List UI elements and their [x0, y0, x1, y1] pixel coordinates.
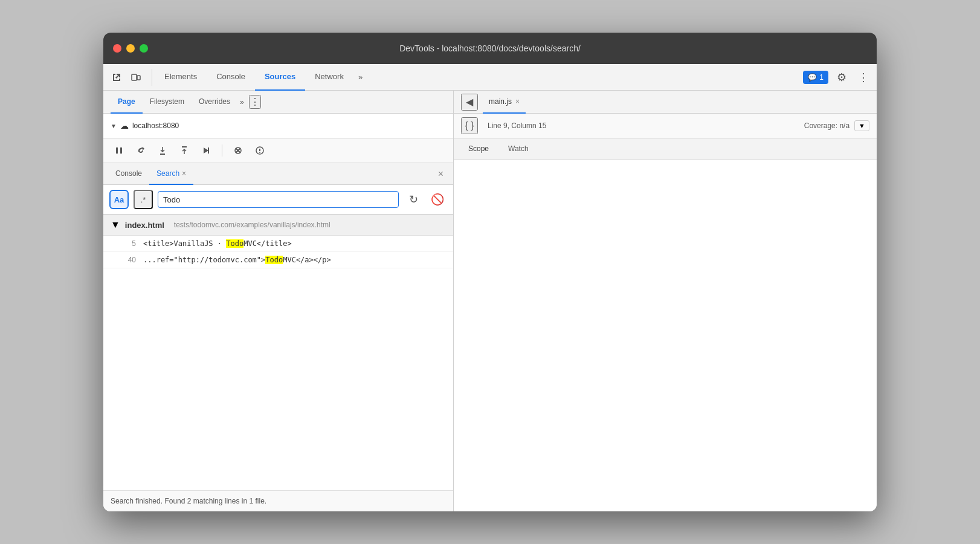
sub-tabs: Page Filesystem Overrides » ⋮ [103, 91, 453, 114]
match-highlight-1: Todo [226, 239, 243, 248]
traffic-lights [113, 44, 148, 53]
sub-tab-filesystem[interactable]: Filesystem [143, 91, 192, 114]
device-toolbar-button[interactable] [127, 69, 144, 86]
svg-rect-0 [132, 74, 137, 80]
sub-tab-overrides[interactable]: Overrides [192, 91, 237, 114]
step-into-button[interactable] [154, 142, 171, 159]
result-expand-arrow: ▼ [111, 219, 120, 230]
window-title: DevTools - localhost:8080/docs/devtools/… [399, 44, 581, 53]
match-highlight-2: Todo [265, 256, 283, 264]
main-js-tab[interactable]: main.js × [483, 91, 526, 114]
search-input[interactable] [163, 195, 393, 204]
server-icon: ☁ [120, 121, 129, 131]
deactivate-breakpoints-button[interactable] [230, 142, 247, 159]
bottom-tab-console[interactable]: Console [108, 163, 149, 185]
result-file-header[interactable]: ▼ index.html tests/todomvc.com/examples/… [103, 215, 453, 236]
result-line-5[interactable]: 5 <title>VanillaJS · TodoMVC</title> [103, 236, 453, 252]
line-content-40: ...ref="http://todomvc.com">TodoMVC</a><… [143, 256, 331, 264]
more-sub-tabs-button[interactable]: » [237, 98, 247, 106]
devtools-body: Elements Console Sources Network » 💬 [103, 64, 877, 511]
watch-tab[interactable]: Watch [501, 138, 536, 160]
bottom-panel: Console Search × × Aa [103, 163, 453, 511]
search-input-wrapper [158, 191, 399, 208]
pause-button[interactable] [111, 142, 127, 159]
search-panel: Aa .* ↻ 🚫 [103, 185, 453, 511]
regex-button[interactable]: .* [134, 190, 153, 209]
svg-rect-6 [208, 147, 209, 154]
coverage-details-button[interactable]: ▼ [854, 120, 869, 131]
svg-rect-1 [137, 76, 140, 80]
search-bar: Aa .* ↻ 🚫 [103, 185, 453, 215]
case-sensitive-button[interactable]: Aa [109, 190, 129, 209]
maximize-button[interactable] [140, 44, 148, 53]
sub-tab-page[interactable]: Page [111, 91, 143, 114]
tab-network[interactable]: Network [305, 64, 353, 91]
refresh-search-button[interactable]: ↻ [404, 190, 423, 209]
close-main-js-button[interactable]: × [515, 97, 520, 106]
svg-point-10 [259, 152, 260, 153]
search-status: Search finished. Found 2 matching lines … [103, 490, 453, 511]
tab-elements[interactable]: Elements [155, 64, 207, 91]
svg-rect-5 [182, 146, 187, 147]
bottom-tab-search[interactable]: Search × [149, 163, 193, 185]
clear-search-button[interactable]: 🚫 [428, 190, 447, 209]
toolbar-right: 💬 1 ⚙ ⋮ [803, 69, 872, 86]
search-results: ▼ index.html tests/todomvc.com/examples/… [103, 215, 453, 490]
bottom-tabs-bar: Console Search × × [103, 163, 453, 185]
scope-watch-tabs: Scope Watch [454, 138, 877, 160]
title-bar: DevTools - localhost:8080/docs/devtools/… [103, 33, 877, 64]
tab-console[interactable]: Console [207, 64, 255, 91]
close-bottom-panel-button[interactable]: × [433, 169, 448, 180]
main-tabs: Elements Console Sources Network » [155, 64, 803, 91]
step-button[interactable] [198, 142, 214, 159]
step-over-button[interactable] [132, 142, 149, 159]
result-line-40[interactable]: 40 ...ref="http://todomvc.com">TodoMVC</… [103, 252, 453, 268]
pause-on-exceptions-button[interactable] [251, 142, 268, 159]
svg-rect-4 [160, 154, 165, 155]
toolbar-separator [222, 144, 222, 157]
toolbar-icons [108, 69, 152, 86]
navigator-back-button[interactable]: ◀ [461, 94, 478, 111]
file-tree: ▼ ☁ localhost:8080 [103, 114, 453, 138]
notification-button[interactable]: 💬 1 [803, 71, 828, 84]
debug-toolbar [103, 138, 453, 163]
coverage-info: Coverage: n/a ▼ [804, 120, 869, 131]
format-button[interactable]: { } [461, 117, 478, 134]
settings-button[interactable]: ⚙ [833, 69, 850, 86]
tab-sources[interactable]: Sources [255, 64, 305, 91]
step-out-button[interactable] [176, 142, 193, 159]
left-panel: Page Filesystem Overrides » ⋮ [103, 91, 454, 511]
close-button[interactable] [113, 44, 121, 53]
line-content-5: <title>VanillaJS · TodoMVC</title> [143, 239, 292, 248]
devtools-window: DevTools - localhost:8080/docs/devtools/… [103, 33, 877, 511]
minimize-button[interactable] [126, 44, 135, 53]
content-area: Page Filesystem Overrides » ⋮ [103, 91, 877, 511]
svg-rect-2 [116, 147, 118, 154]
sub-tabs-menu-button[interactable]: ⋮ [249, 95, 261, 109]
inspect-element-button[interactable] [108, 69, 125, 86]
more-options-button[interactable]: ⋮ [855, 69, 872, 86]
close-search-tab-button[interactable]: × [182, 169, 186, 178]
file-tree-item-localhost[interactable]: ▼ ☁ localhost:8080 [103, 118, 453, 133]
top-toolbar: Elements Console Sources Network » 💬 [103, 64, 877, 91]
right-info-bar: { } Line 9, Column 15 Coverage: n/a ▼ [454, 114, 877, 138]
right-top-bar: ◀ main.js × [454, 91, 877, 114]
svg-rect-3 [120, 147, 122, 154]
more-tabs-button[interactable]: » [353, 64, 367, 91]
scope-tab[interactable]: Scope [461, 138, 496, 160]
tree-expand-arrow: ▼ [111, 123, 117, 129]
right-panel: ◀ main.js × { } Line 9, Column 15 Covera… [454, 91, 877, 511]
